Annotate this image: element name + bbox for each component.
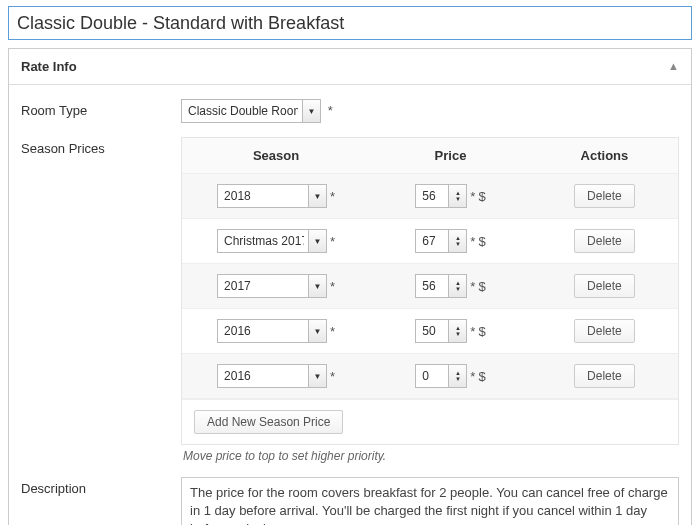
season-select[interactable]: 2016 <box>217 319 327 343</box>
currency-suffix: $ <box>478 324 485 339</box>
currency-suffix: $ <box>478 369 485 384</box>
season-price-row: Christmas 2017▼*▲▼*$Delete <box>182 219 678 264</box>
required-asterisk: * <box>470 189 475 204</box>
add-season-price-button[interactable]: Add New Season Price <box>194 410 343 434</box>
required-asterisk: * <box>470 279 475 294</box>
collapse-icon: ▲ <box>668 61 679 72</box>
room-type-label: Room Type <box>21 99 181 118</box>
rate-info-panel-toggle[interactable]: Rate Info ▲ <box>9 49 691 85</box>
season-price-row: 2016▼*▲▼*$Delete <box>182 354 678 399</box>
required-asterisk: * <box>330 234 335 249</box>
delete-button[interactable]: Delete <box>574 184 635 208</box>
required-asterisk: * <box>470 234 475 249</box>
required-asterisk: * <box>330 369 335 384</box>
priority-hint: Move price to top to set higher priority… <box>183 449 679 463</box>
season-select[interactable]: 2016 <box>217 364 327 388</box>
price-input[interactable] <box>415 184 467 208</box>
room-type-select[interactable]: Classic Double Room <box>181 99 321 123</box>
season-price-row: 2018▼*▲▼*$Delete <box>182 174 678 219</box>
currency-suffix: $ <box>478 234 485 249</box>
season-prices-label: Season Prices <box>21 137 181 156</box>
season-price-row: 2016▼*▲▼*$Delete <box>182 309 678 354</box>
col-header-season: Season <box>182 138 370 173</box>
col-header-actions: Actions <box>531 138 678 173</box>
required-asterisk: * <box>470 324 475 339</box>
delete-button[interactable]: Delete <box>574 229 635 253</box>
price-input[interactable] <box>415 364 467 388</box>
season-select[interactable]: 2018 <box>217 184 327 208</box>
price-input[interactable] <box>415 229 467 253</box>
price-input[interactable] <box>415 274 467 298</box>
col-header-price: Price <box>370 138 531 173</box>
required-asterisk: * <box>330 279 335 294</box>
required-asterisk: * <box>330 324 335 339</box>
description-label: Description <box>21 477 181 496</box>
price-input[interactable] <box>415 319 467 343</box>
season-select[interactable]: Christmas 2017 <box>217 229 327 253</box>
season-prices-table: Season Price Actions 2018▼*▲▼*$DeleteChr… <box>181 137 679 445</box>
rate-title-input[interactable] <box>8 6 692 40</box>
season-select[interactable]: 2017 <box>217 274 327 298</box>
panel-title: Rate Info <box>21 59 77 74</box>
delete-button[interactable]: Delete <box>574 364 635 388</box>
currency-suffix: $ <box>478 189 485 204</box>
delete-button[interactable]: Delete <box>574 319 635 343</box>
required-asterisk: * <box>470 369 475 384</box>
season-price-row: 2017▼*▲▼*$Delete <box>182 264 678 309</box>
currency-suffix: $ <box>478 279 485 294</box>
required-asterisk: * <box>328 103 333 118</box>
required-asterisk: * <box>330 189 335 204</box>
description-textarea[interactable]: The price for the room covers breakfast … <box>181 477 679 525</box>
delete-button[interactable]: Delete <box>574 274 635 298</box>
